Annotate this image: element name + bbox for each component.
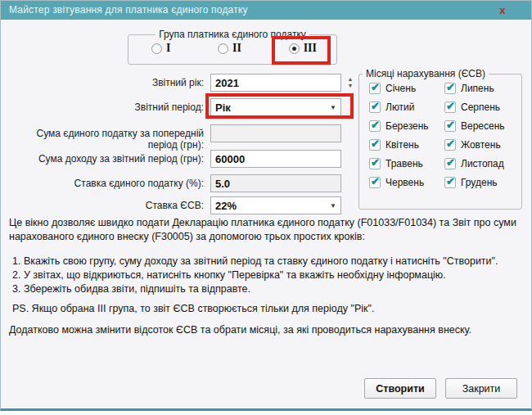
month-label: Серпень xyxy=(461,101,500,113)
checkbox-checked-icon[interactable] xyxy=(444,120,456,132)
radio-group-1[interactable]: I xyxy=(151,42,170,55)
description-ps: PS. Якщо обрана III група, то звіт ЄСВ с… xyxy=(12,302,530,316)
year-label: Звітний рік: xyxy=(7,77,204,88)
radio-circle-icon[interactable] xyxy=(289,43,300,54)
tax-rate-input: 5.0 xyxy=(210,174,341,192)
month-checkbox-nov[interactable]: Листопад xyxy=(444,158,520,169)
month-checkbox-aug[interactable]: Серпень xyxy=(444,101,520,113)
checkbox-checked-icon[interactable] xyxy=(444,158,456,169)
year-input[interactable]: 2021 xyxy=(210,74,341,92)
step-2: 2. У звітах, що відкриються, натисніть к… xyxy=(12,268,530,282)
month-label: Липень xyxy=(461,83,494,94)
step-1: 1. Вкажіть свою групу, суму доходу за зв… xyxy=(12,255,530,268)
checkbox-checked-icon[interactable] xyxy=(369,139,381,151)
month-checkbox-mar[interactable]: Березень xyxy=(369,120,444,132)
period-label: Звітний період: xyxy=(7,101,204,113)
month-label: Лютий xyxy=(385,101,415,113)
tax-rate-label: Ставка єдиного податку (%): xyxy=(7,178,204,189)
close-icon[interactable]: x xyxy=(495,3,510,18)
radio-label: I xyxy=(166,42,170,55)
month-checkbox-dec[interactable]: Грудень xyxy=(444,177,520,188)
step-3: 3. Збережіть обидва звіти, підпишіть та … xyxy=(12,282,530,296)
period-dropdown[interactable]: Рік ▼ xyxy=(210,98,341,116)
period-value: Рік xyxy=(215,101,231,115)
month-label: Квітень xyxy=(385,139,419,151)
months-fieldset: Місяці нарахування (ЄСВ) Січень Липень Л… xyxy=(358,68,522,210)
year-spinner: ▲ ▼ xyxy=(345,74,356,92)
checkbox-checked-icon[interactable] xyxy=(444,83,456,94)
prev-tax-label: Сума єдиного податку за попередній періо… xyxy=(7,128,204,151)
esv-rate-dropdown[interactable]: 22% ▼ xyxy=(210,196,341,214)
radio-group-3[interactable]: III xyxy=(289,42,317,55)
month-label: Грудень xyxy=(461,177,498,188)
month-checkbox-sep[interactable]: Вересень xyxy=(444,120,520,132)
prev-tax-input xyxy=(210,124,341,142)
checkbox-checked-icon[interactable] xyxy=(369,83,381,94)
income-input[interactable]: 60000 xyxy=(210,150,341,168)
spinner-down-icon[interactable]: ▼ xyxy=(348,83,354,89)
month-label: Листопад xyxy=(461,158,504,169)
esv-rate-label: Ставка ЄСВ: xyxy=(7,200,204,211)
month-label: Березень xyxy=(385,120,429,132)
month-checkbox-jul[interactable]: Липень xyxy=(444,83,520,94)
month-label: Червень xyxy=(385,177,424,188)
radio-circle-icon[interactable] xyxy=(151,43,162,54)
month-checkbox-jan[interactable]: Січень xyxy=(369,83,444,94)
income-label: Сума доходу за звітний період (грн): xyxy=(7,153,204,165)
window-title: Майстер звітування для платника єдиного … xyxy=(9,4,248,16)
checkbox-checked-icon[interactable] xyxy=(444,177,456,188)
months-legend: Місяці нарахування (ЄСВ) xyxy=(363,68,489,79)
month-label: Вересень xyxy=(461,120,505,132)
description-note: Додатково можна змінити відсоток ЄСВ та … xyxy=(9,323,526,337)
description-steps: 1. Вкажіть свою групу, суму доходу за зв… xyxy=(12,255,530,296)
month-checkbox-jun[interactable]: Червень xyxy=(369,177,444,188)
group-fieldset: Група платника єдиного податку I II III xyxy=(128,29,337,65)
month-checkbox-feb[interactable]: Лютий xyxy=(369,101,444,113)
chevron-down-icon: ▼ xyxy=(330,101,336,115)
radio-label: III xyxy=(304,42,317,55)
radio-group-2[interactable]: II xyxy=(218,42,241,55)
month-checkbox-apr[interactable]: Квітень xyxy=(369,139,444,151)
checkbox-checked-icon[interactable] xyxy=(369,158,381,169)
spinner-up-icon[interactable]: ▲ xyxy=(348,76,354,83)
checkbox-checked-icon[interactable] xyxy=(369,101,381,113)
esv-rate-value: 22% xyxy=(215,199,237,213)
month-checkbox-oct[interactable]: Жовтень xyxy=(444,139,520,151)
description-intro: Це вікно дозволяє швидко подати Декларац… xyxy=(9,216,526,244)
radio-circle-icon[interactable] xyxy=(218,43,228,54)
checkbox-checked-icon[interactable] xyxy=(444,101,456,113)
month-label: Січень xyxy=(385,83,416,94)
checkbox-checked-icon[interactable] xyxy=(444,139,456,151)
month-label: Жовтень xyxy=(461,139,501,151)
close-button[interactable]: Закрити xyxy=(445,378,517,399)
checkbox-checked-icon[interactable] xyxy=(369,120,381,132)
month-checkbox-may[interactable]: Травень xyxy=(369,158,444,169)
group-legend: Група платника єдиного податку xyxy=(156,29,309,40)
checkbox-checked-icon[interactable] xyxy=(369,177,381,188)
chevron-down-icon: ▼ xyxy=(330,199,336,213)
title-bar: Майстер звітування для платника єдиного … xyxy=(1,1,531,20)
create-button[interactable]: Створити xyxy=(364,378,436,399)
month-label: Травень xyxy=(385,158,423,169)
radio-label: II xyxy=(232,42,241,55)
wizard-dialog: Майстер звітування для платника єдиного … xyxy=(0,0,532,411)
